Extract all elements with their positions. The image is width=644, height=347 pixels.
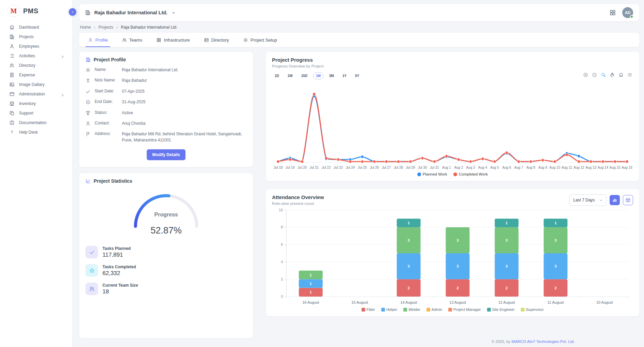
legend-label: Planned Work bbox=[423, 172, 447, 176]
menu-button[interactable] bbox=[627, 72, 632, 78]
sidebar-item-directory[interactable]: Directory bbox=[0, 61, 72, 70]
sidebar: M PMS DashboardProjectsEmployeesActiviti… bbox=[0, 0, 73, 347]
stat-tasks-completed: Tasks Completed62,332 bbox=[85, 264, 247, 277]
stat-icon-box bbox=[85, 283, 98, 295]
activities-icon bbox=[9, 53, 15, 59]
legend-site-engineer[interactable]: Site Engineer bbox=[487, 307, 515, 312]
sidebar-item-label: Employees bbox=[19, 44, 39, 49]
user-avatar[interactable]: AD bbox=[622, 7, 633, 18]
project-statistics-card: Project Statistics Progress52.87% Tasks … bbox=[79, 173, 253, 338]
apps-grid-button[interactable] bbox=[609, 9, 616, 16]
svg-text:Jul 19: Jul 19 bbox=[286, 166, 295, 169]
range-button-15d[interactable]: 15D bbox=[299, 72, 310, 79]
table-view-button[interactable] bbox=[623, 195, 633, 205]
zoom-in-icon bbox=[583, 72, 588, 77]
directory-icon bbox=[9, 63, 15, 68]
sidebar-item-label: Image Gallary bbox=[19, 82, 45, 87]
project-profile-icon bbox=[85, 57, 91, 62]
field-value: Raja Bahadur International Ltd. bbox=[122, 67, 247, 73]
range-button-1d[interactable]: 1D bbox=[272, 72, 282, 79]
tab-bar: ProfileTeamsInfrastructureDirectoryProje… bbox=[79, 33, 639, 47]
zoom-out-button[interactable] bbox=[592, 72, 597, 78]
sidebar-item-label: Activities bbox=[19, 54, 35, 58]
company-selector[interactable]: Raja Bahadur International Ltd. bbox=[85, 10, 176, 16]
pan-button[interactable] bbox=[610, 72, 615, 78]
stat-icon-box bbox=[85, 264, 98, 277]
directory-tab-icon bbox=[204, 37, 209, 43]
svg-text:Aug 4: Aug 4 bbox=[478, 166, 487, 169]
attendance-controls: Last 7 Days bbox=[569, 194, 633, 206]
menu-icon bbox=[627, 72, 632, 77]
legend-admin[interactable]: Admin bbox=[426, 307, 442, 312]
zoom-in-button[interactable] bbox=[583, 72, 588, 78]
field-value: Active bbox=[122, 110, 247, 116]
breadcrumb-home[interactable]: Home bbox=[80, 25, 91, 30]
selection-zoom-button[interactable] bbox=[601, 72, 606, 78]
tab-profile[interactable]: Profile bbox=[87, 33, 109, 47]
svg-text:Jul 27: Jul 27 bbox=[382, 166, 391, 169]
range-button-1y[interactable]: 1Y bbox=[340, 72, 349, 79]
sidebar-item-dashboard[interactable]: Dashboard bbox=[0, 22, 72, 32]
topbar: Raja Bahadur International Ltd. AD bbox=[79, 4, 639, 21]
progress-line-chart[interactable]: Jul 18Jul 19Jul 20Jul 21Jul 22Jul 23Jul … bbox=[272, 79, 633, 172]
image-gallery-icon bbox=[9, 82, 15, 87]
modify-details-button[interactable]: Modify Details bbox=[147, 149, 185, 160]
sidebar-item-expense[interactable]: Expense bbox=[0, 70, 72, 80]
svg-text:13 August: 13 August bbox=[449, 300, 466, 304]
svg-text:1: 1 bbox=[554, 221, 557, 225]
tab-infrastructure[interactable]: Infrastructure bbox=[155, 33, 191, 47]
sidebar-item-administration[interactable]: Administration bbox=[0, 89, 72, 99]
svg-text:3: 3 bbox=[554, 238, 557, 242]
pan-icon bbox=[610, 72, 615, 77]
field-label: Contact: bbox=[95, 121, 122, 125]
sidebar-item-help-desk[interactable]: Help Desk bbox=[0, 127, 72, 137]
tab-teams[interactable]: Teams bbox=[121, 33, 143, 47]
legend-planned-work[interactable]: Planned Work bbox=[417, 172, 447, 176]
legend-welder[interactable]: Welder bbox=[403, 307, 420, 312]
tab-project-setup[interactable]: Project Setup bbox=[242, 33, 278, 47]
svg-text:Jul 29: Jul 29 bbox=[406, 166, 415, 169]
range-button-3m[interactable]: 3M bbox=[326, 72, 337, 79]
line-chart-svg: Jul 18Jul 19Jul 20Jul 21Jul 22Jul 23Jul … bbox=[272, 79, 633, 172]
legend-supervisor[interactable]: Supervisor bbox=[521, 307, 544, 312]
chevron-down-icon bbox=[599, 198, 603, 202]
legend-project-manager[interactable]: Project Manager bbox=[448, 307, 481, 312]
sidebar-collapse-button[interactable]: ‹ bbox=[69, 8, 76, 16]
breadcrumb-projects[interactable]: Projects bbox=[98, 25, 113, 30]
legend-helper[interactable]: Helper bbox=[381, 307, 397, 312]
gauge-svg: Progress52.87% bbox=[126, 187, 206, 237]
sidebar-item-image-gallary[interactable]: Image Gallary bbox=[0, 80, 72, 89]
stat-value: 18 bbox=[102, 288, 138, 295]
range-button-1w[interactable]: 1W bbox=[285, 72, 295, 79]
svg-text:Aug 10: Aug 10 bbox=[549, 166, 560, 169]
attendance-title: Attendance Overview bbox=[272, 194, 324, 200]
tab-directory[interactable]: Directory bbox=[203, 33, 230, 47]
svg-text:0: 0 bbox=[281, 295, 283, 299]
stat-label: Tasks Completed bbox=[102, 265, 136, 269]
legend-fitter[interactable]: Fitter bbox=[361, 307, 375, 312]
bar-view-button[interactable] bbox=[610, 195, 620, 205]
footer-company-link[interactable]: MARCO AIoT Technologies Pvt. Ltd. bbox=[512, 340, 575, 344]
svg-text:16 August: 16 August bbox=[302, 300, 319, 304]
sidebar-item-support[interactable]: Support bbox=[0, 108, 72, 118]
left-column: Project Profile Name:Raja Bahadur Intern… bbox=[79, 52, 253, 338]
sidebar-item-employees[interactable]: Employees bbox=[0, 42, 72, 51]
legend-completed-work[interactable]: Completed Work bbox=[453, 172, 488, 176]
date-range-select[interactable]: Last 7 Days bbox=[569, 194, 607, 206]
project-setup-tab-icon bbox=[243, 37, 248, 43]
profile-field-end-date: End Date:31-Aug-2025 bbox=[85, 99, 247, 105]
progress-chart-title: Project Progress bbox=[272, 57, 633, 63]
attendance-bar-chart[interactable]: 024681011116 August15 August233114 Augus… bbox=[272, 206, 633, 307]
field-label: Address: bbox=[95, 131, 122, 136]
sidebar-item-activities[interactable]: Activities bbox=[0, 51, 72, 61]
sidebar-item-projects[interactable]: Projects bbox=[0, 32, 72, 42]
logo-icon: M bbox=[7, 5, 20, 17]
svg-text:Aug 11: Aug 11 bbox=[562, 166, 572, 169]
range-button-1m[interactable]: 1M bbox=[313, 72, 323, 79]
reset-zoom-button[interactable] bbox=[618, 72, 624, 78]
legend-swatch bbox=[521, 308, 525, 312]
sidebar-item-documentation[interactable]: Documentation bbox=[0, 118, 72, 127]
range-button-5y[interactable]: 5Y bbox=[352, 72, 362, 79]
app-logo[interactable]: M PMS bbox=[0, 3, 72, 20]
sidebar-item-inventory[interactable]: Inventory bbox=[0, 99, 72, 108]
